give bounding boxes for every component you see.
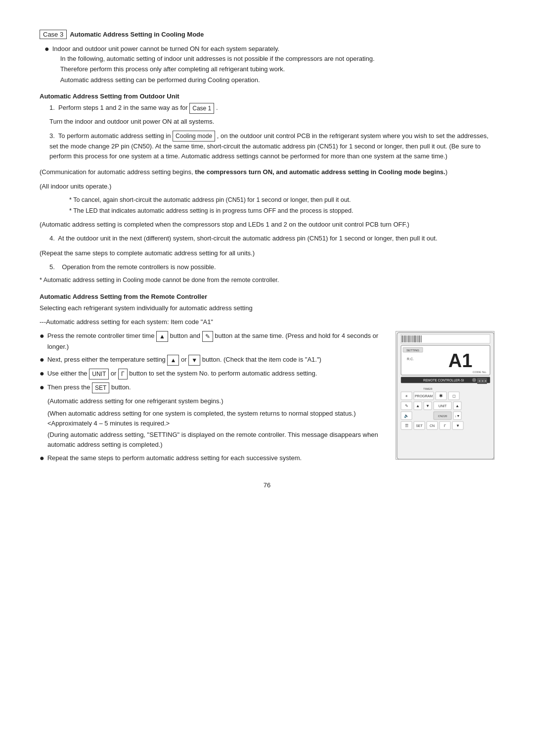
svg-text:✎: ✎: [405, 404, 408, 408]
step-1-end: .: [216, 104, 218, 111]
bullet-dot-4: ●: [40, 382, 44, 393]
indent-line-1: In the following, automatic setting of i…: [60, 54, 375, 64]
remote-bullet-2: ● Next, press either the temperature set…: [40, 355, 386, 366]
remote-bullet-1: ● Press the remote controller timer time…: [40, 331, 386, 352]
cooling-footnote: * Automatic address setting in Cooling m…: [40, 276, 494, 285]
page-content: Case 3 Automatic Address Setting in Cool…: [40, 30, 494, 489]
step-4-container: 4. At the outdoor unit in the next (diff…: [49, 234, 494, 243]
svg-text:▲: ▲: [416, 404, 420, 408]
set-btn: SET: [92, 382, 109, 393]
timer-up-btn: ▲: [156, 331, 168, 342]
step-2: Turn the indoor and outdoor unit power O…: [49, 117, 494, 127]
cancel-note-2: The LED that indicates automatic address…: [69, 206, 494, 216]
svg-text:Γ: Γ: [444, 424, 446, 428]
svg-point-29: [482, 380, 484, 382]
gamma-btn: Γ: [118, 369, 128, 379]
bullet-dot-final: ●: [40, 453, 44, 464]
sub-note-2: (During automatic address setting, "SETT…: [47, 430, 386, 449]
outdoor-steps: 1. Perform steps 1 and 2 in the same way…: [49, 103, 494, 127]
page-number: 76: [40, 481, 494, 489]
unit-btn: UNIT: [89, 369, 109, 379]
comm-bold: the compressors turn ON, and automatic a…: [195, 168, 445, 176]
svg-text:CODE No.: CODE No.: [473, 371, 487, 374]
remote-content: ● Press the remote controller timer time…: [40, 331, 494, 467]
case-label: Case 3: [40, 30, 67, 39]
cancel-note-1: To cancel, again short-circuit the autom…: [69, 195, 494, 205]
temp-up-btn: ▲: [167, 355, 179, 366]
temp-down-btn: ▼: [188, 355, 200, 366]
svg-text:◻: ◻: [452, 394, 456, 398]
svg-text:▼: ▼: [426, 404, 430, 408]
step-3-num: 3. To perform automatic address setting …: [49, 132, 173, 139]
remote-bullet-4: ● Then press the SET button.: [40, 382, 386, 393]
intro-bullet-1: ● Indoor and outdoor unit power cannot b…: [44, 44, 494, 86]
svg-text:↓▼: ↓▼: [455, 414, 460, 418]
svg-text:▲: ▲: [455, 404, 459, 408]
svg-text:CN: CN: [430, 424, 435, 427]
remote-bullet-3-text: Use either the UNIT or Γ button to set t…: [47, 369, 317, 379]
step-5-text: 5. Operation from the remote controllers…: [49, 263, 216, 271]
svg-text:▼: ▼: [456, 424, 460, 428]
bullet-dot-1: ●: [40, 331, 44, 341]
remote-bullet-4-text: Then press the SET button.: [47, 382, 131, 393]
step-1-num: 1. Perform steps 1 and 2 in the same way…: [49, 104, 189, 111]
indent-line-2: Therefore perform this process only afte…: [60, 64, 375, 74]
repeat-note: (Repeat the same steps to complete autom…: [40, 248, 494, 258]
svg-point-26: [472, 378, 476, 382]
outdoor-section-title: Automatic Address Setting from Outdoor U…: [40, 93, 494, 100]
step-3: 3. To perform automatic address setting …: [49, 131, 494, 162]
svg-text:CN220: CN220: [438, 415, 447, 418]
remote-bullets: ● Press the remote controller timer time…: [40, 331, 386, 467]
step-4: 4. At the outdoor unit in the next (diff…: [49, 234, 494, 243]
completion-note: (Automatic address setting is completed …: [40, 220, 494, 230]
remote-bullet-1-text: Press the remote controller timer time ▲…: [47, 331, 386, 352]
svg-text:SETTING: SETTING: [406, 349, 419, 352]
remote-item-code: ---Automatic address setting for each sy…: [40, 317, 494, 327]
indent-line-3: Automatic address setting can be perform…: [60, 75, 375, 85]
bullet-dot: ●: [44, 44, 49, 54]
step-5: 5. Operation from the remote controllers…: [49, 262, 494, 272]
bullet-dot-2: ●: [40, 355, 44, 365]
case1-box: Case 1: [189, 103, 214, 114]
svg-text:☰: ☰: [405, 424, 408, 428]
step-5-container: 5. Operation from the remote controllers…: [49, 262, 494, 272]
svg-rect-1: [401, 334, 490, 343]
remote-controller-section: Automatic Address Setting from the Remot…: [40, 293, 494, 467]
svg-point-30: [485, 380, 487, 382]
final-bullet: ● Repeat the same steps to perform autom…: [40, 453, 386, 464]
comm-suffix: ): [445, 168, 447, 176]
svg-text:A1: A1: [448, 350, 473, 371]
remote-bullet-3: ● Use either the UNIT or Γ button to set…: [40, 369, 386, 379]
svg-text:✱: ✱: [439, 393, 443, 398]
svg-text:🔈: 🔈: [404, 413, 409, 418]
svg-text:REMOTE CONTROLLER-SI: REMOTE CONTROLLER-SI: [423, 378, 464, 382]
svg-text:R.C.: R.C.: [407, 357, 414, 361]
sub-note-1: (When automatic address setting for one …: [47, 409, 386, 428]
svg-text:UNIT: UNIT: [439, 404, 447, 408]
case-title: Automatic Address Setting in Cooling Mod…: [70, 31, 204, 38]
remote-intro: Selecting each refrigerant system indivi…: [40, 303, 494, 313]
svg-text:TIMER: TIMER: [423, 387, 433, 390]
svg-text:PROGRAM: PROGRAM: [415, 394, 433, 398]
bullet-dot-3: ●: [40, 369, 44, 379]
final-bullet-text: Repeat the same steps to perform automat…: [47, 453, 302, 463]
cooling-mode-box: Cooling mode: [173, 131, 215, 142]
remote-section-title: Automatic Address Setting from the Remot…: [40, 293, 494, 300]
communication-note: (Communication for automatic address set…: [40, 167, 494, 177]
step-1: 1. Perform steps 1 and 2 in the same way…: [49, 103, 494, 114]
intro-bullets: ● Indoor and outdoor unit power cannot b…: [44, 44, 494, 86]
step-4-text: 4. At the outdoor unit in the next (diff…: [49, 235, 438, 242]
all-indoor-note: (All indoor units operate.): [40, 182, 494, 191]
svg-text:☀: ☀: [405, 394, 408, 398]
step-2-text: Turn the indoor and outdoor unit power O…: [49, 118, 214, 125]
remote-controller-image: SETTING A1 R.C. CODE No. REMOTE CONTROLL…: [396, 331, 494, 460]
auto-note: (Automatic address setting for one refri…: [47, 396, 386, 406]
svg-text:SET: SET: [416, 424, 423, 427]
comm-prefix: (Communication for automatic address set…: [40, 168, 195, 176]
svg-point-28: [479, 380, 481, 382]
case-header: Case 3 Automatic Address Setting in Cool…: [40, 30, 494, 39]
remote-bullet-2-text: Next, press either the temperature setti…: [47, 355, 321, 366]
intro-bullet-text: Indoor and outdoor unit power cannot be …: [52, 44, 375, 54]
remote-controller-svg: SETTING A1 R.C. CODE No. REMOTE CONTROLL…: [396, 331, 494, 460]
pencil-btn: ✎: [202, 331, 213, 342]
